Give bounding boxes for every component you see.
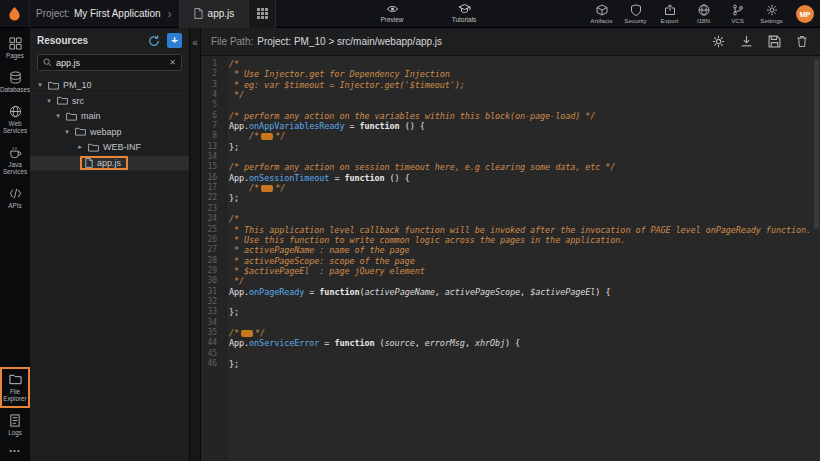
code-text: * This application level callback functi… [222,225,811,235]
code-line[interactable]: 15/* perform any action on session timeo… [201,162,820,172]
download-button[interactable] [740,35,753,48]
vcs-button[interactable]: VCS [725,4,750,24]
download-icon [740,35,753,48]
chevron-down-icon[interactable]: ▾ [45,97,53,105]
line-number: 32 [201,297,222,307]
sidebar-item-web-services[interactable]: Web Services [0,99,30,140]
project-breadcrumb[interactable]: Project: My First Application [36,8,161,19]
sidebar-item-java-services[interactable]: Java Services [0,140,30,181]
code-line[interactable]: 44App.onServiceError = function (source,… [201,338,820,348]
settings-button[interactable]: Settings [759,4,784,24]
sidebar-item-apis[interactable]: APIs [0,181,30,215]
code-line[interactable]: 25 * This application level callback fun… [201,225,820,235]
code-line[interactable]: 29 * $activePageEl : page jQuery element [201,266,820,276]
tree-item-src[interactable]: ▾ src [30,94,189,110]
folded-code-marker[interactable] [261,185,273,192]
code-line[interactable]: 30 */ [201,276,820,286]
code-line[interactable]: 4 */ [201,90,820,100]
tutorials-label: Tutorials [452,16,477,23]
folded-code-marker[interactable] [261,133,273,140]
code-line[interactable]: 14 [201,152,820,162]
code-line[interactable]: 27 * activePageName : name of the page [201,245,820,255]
code-line[interactable]: 16App.onSessionTimeout = function () { [201,173,820,183]
code-line[interactable]: 6/* perform any action on the variables … [201,111,820,121]
code-line[interactable]: 46}; [201,359,820,369]
line-number: 31 [201,287,222,297]
editor-scrollbar[interactable] [814,59,819,229]
line-number: 1 [201,59,222,69]
sidebar-item-pages[interactable]: Pages [0,31,30,65]
tree-item-appjs[interactable]: app.js [30,156,189,172]
ide-window: Project: My First Application › app.js P… [0,0,820,461]
tree-item-main[interactable]: ▾ main [30,109,189,125]
artifacts-button[interactable]: Artifacts [589,4,614,24]
logs-icon [9,414,21,427]
code-editor[interactable]: 1/*2 * Use Injector.get for Dependency I… [201,56,820,461]
tree-item-pm10[interactable]: ▾ PM_10 [30,78,189,94]
add-resource-button[interactable]: + [167,33,182,48]
folder-icon [9,373,22,386]
code-line[interactable]: 13}; [201,142,820,152]
tutorials-button[interactable]: Tutorials [440,3,488,23]
tree-item-label: app.js [97,158,121,168]
code-line[interactable]: 5 [201,100,820,110]
code-line[interactable]: 33}; [201,307,820,317]
i18n-button[interactable]: I18N [691,4,716,24]
code-line[interactable]: 35/**/ [201,328,820,338]
file-explorer-label: File Explorer [1,388,29,402]
chevron-down-icon[interactable]: ▾ [63,128,71,136]
tree-item-label: webapp [90,127,122,137]
code-line[interactable]: 2 * Use Injector.get for Dependency Inje… [201,69,820,79]
workspace-grid-button[interactable] [249,0,275,28]
code-line[interactable]: 23 [201,204,820,214]
search-clear-button[interactable]: ✕ [169,58,176,67]
code-line[interactable]: 24/* [201,214,820,224]
tab-appjs[interactable]: app.js [180,0,250,28]
pages-label: Pages [6,52,24,59]
app-logo[interactable] [0,0,30,28]
code-text: * activePageName : name of the page [222,245,410,255]
user-avatar[interactable]: MP [796,5,814,23]
tree-item-webinf[interactable]: ▸ WEB-INF [30,140,189,156]
code-text: /**/ [222,131,285,141]
tree-item-label: src [72,96,84,106]
code-line[interactable]: 34 [201,318,820,328]
refresh-button[interactable] [148,35,160,47]
file-settings-button[interactable] [712,35,725,48]
code-text: App.onSessionTimeout = function () { [222,173,410,183]
code-line[interactable]: 7App.onAppVariablesReady = function () { [201,121,820,131]
code-line[interactable]: 45 [201,349,820,359]
line-number: 29 [201,266,222,276]
save-button[interactable] [768,35,781,48]
code-line[interactable]: 26 * Use this function to write common l… [201,235,820,245]
security-button[interactable]: Security [623,4,648,24]
code-line[interactable]: 3 * eg: var $timeout = Injector.get('$ti… [201,80,820,90]
delete-button[interactable] [796,35,808,48]
sidebar-item-file-explorer[interactable]: File Explorer [0,367,30,408]
panel-splitter[interactable]: « [190,28,201,461]
code-line[interactable]: 22}; [201,193,820,203]
search-input[interactable] [56,58,165,68]
more-menu-button[interactable]: ••• [9,442,20,461]
preview-button[interactable]: Preview [368,3,416,23]
folded-code-marker[interactable] [241,330,253,337]
chevron-down-icon[interactable]: ▾ [36,81,44,89]
chevron-down-icon[interactable]: ▾ [54,112,62,120]
code-line[interactable]: 31App.onPageReady = function(activePageN… [201,287,820,297]
code-line[interactable]: 8 /**/ [201,131,820,141]
chevron-right-icon[interactable]: ▸ [76,143,84,151]
code-text: /**/ [222,183,285,193]
code-line[interactable]: 1/* [201,59,820,69]
code-line[interactable]: 32 [201,297,820,307]
collapse-panel-button[interactable]: « [192,37,198,48]
gear-icon [766,4,778,16]
code-line[interactable]: 28 * activePageScope: scope of the page [201,256,820,266]
tree-item-webapp[interactable]: ▾ webapp [30,125,189,141]
line-number: 46 [201,359,222,369]
sidebar-item-logs[interactable]: Logs [0,408,30,442]
code-line[interactable]: 17 /**/ [201,183,820,193]
eye-icon [386,3,399,15]
sidebar-item-databases[interactable]: Databases [0,65,30,99]
export-button[interactable]: Export [657,4,682,24]
editor-pane: File Path: Project: PM_10 > src/main/web… [201,28,820,461]
